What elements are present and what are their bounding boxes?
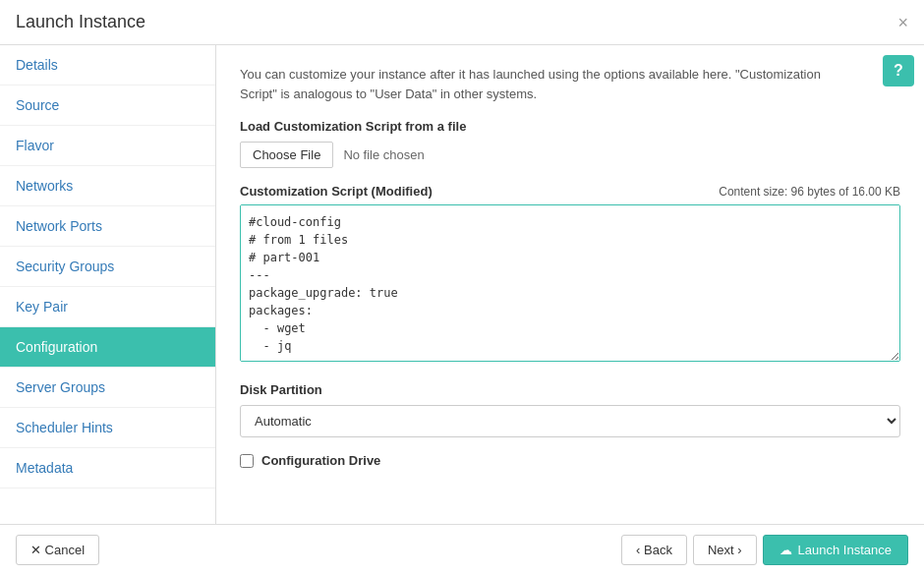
sidebar-item-metadata[interactable]: Metadata [0,448,215,489]
launch-label: Launch Instance [798,543,892,557]
config-drive-checkbox[interactable] [240,454,254,468]
file-row: Choose File No file chosen [240,142,900,168]
load-script-label: Load Customization Script from a file [240,119,900,134]
next-button[interactable]: Next › [693,535,757,565]
footer-right: ‹ Back Next › ☁ Launch Instance [621,535,908,565]
cloud-icon: ☁ [780,543,792,557]
sidebar-item-configuration[interactable]: Configuration [0,327,215,368]
config-drive-label: Configuration Drive [261,453,380,468]
disk-partition-select[interactable]: Automatic Manual None [240,405,900,437]
no-file-text: No file chosen [343,147,424,162]
description-text: You can customize your instance after it… [240,65,849,103]
close-button[interactable]: × [897,14,908,31]
modal-body: Details Source Flavor Networks Network P… [0,45,924,524]
cancel-button[interactable]: ✕ Cancel [16,535,99,565]
script-header: Customization Script (Modified) Content … [240,184,900,199]
sidebar: Details Source Flavor Networks Network P… [0,45,216,524]
config-drive-section: Configuration Drive [240,453,900,468]
sidebar-item-networks[interactable]: Networks [0,166,215,206]
sidebar-item-key-pair[interactable]: Key Pair [0,287,215,327]
sidebar-item-source[interactable]: Source [0,86,215,126]
back-button[interactable]: ‹ Back [621,535,687,565]
disk-partition-section: Disk Partition Automatic Manual None [240,382,900,437]
footer-left: ✕ Cancel [16,535,99,565]
choose-file-button[interactable]: Choose File [240,142,333,168]
modal-header: Launch Instance × [0,0,924,45]
sidebar-item-scheduler-hints[interactable]: Scheduler Hints [0,408,215,448]
launch-instance-button[interactable]: ☁ Launch Instance [763,535,908,565]
modal-title: Launch Instance [16,12,145,32]
help-button[interactable]: ? [883,55,914,86]
sidebar-item-details[interactable]: Details [0,45,215,86]
sidebar-item-security-groups[interactable]: Security Groups [0,247,215,287]
sidebar-item-server-groups[interactable]: Server Groups [0,368,215,408]
content-size-text: Content size: 96 bytes of 16.00 KB [719,185,900,199]
modal-footer: ✕ Cancel ‹ Back Next › ☁ Launch Instance [0,524,924,575]
modal-container: Launch Instance × Details Source Flavor … [0,0,924,575]
question-icon: ? [894,62,903,80]
content-area: ? You can customize your instance after … [216,45,924,524]
script-title: Customization Script (Modified) [240,184,433,199]
sidebar-item-flavor[interactable]: Flavor [0,126,215,166]
script-textarea[interactable]: #cloud-config # from 1 files # part-001 … [240,204,900,362]
disk-partition-label: Disk Partition [240,382,900,397]
sidebar-item-network-ports[interactable]: Network Ports [0,206,215,247]
